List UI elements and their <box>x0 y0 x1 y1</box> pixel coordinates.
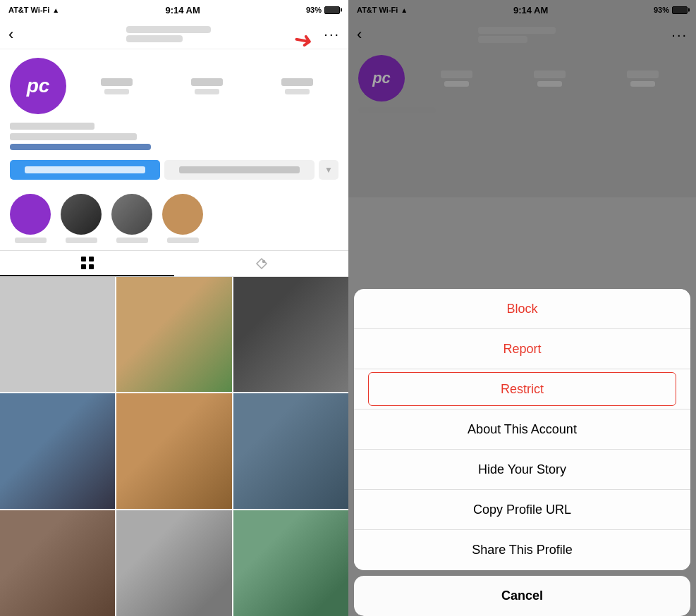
right-panel: AT&T Wi-Fi ▲ 9:14 AM 93% ‹ ··· pc <box>348 0 696 616</box>
left-tab-tagged[interactable] <box>174 251 348 276</box>
left-carrier: AT&T Wi-Fi <box>8 6 49 14</box>
svg-point-4 <box>262 261 264 263</box>
sheet-cancel-label: Cancel <box>501 589 543 603</box>
left-chevron-icon: ▼ <box>324 165 333 175</box>
sheet-share-label: Share This Profile <box>472 543 573 558</box>
bottom-sheet: Block Report Restrict About This Account… <box>354 289 690 616</box>
tag-icon <box>255 257 269 271</box>
left-posts-label <box>104 89 129 94</box>
left-highlight-label-1 <box>15 238 47 243</box>
left-avatar: pc <box>10 58 66 114</box>
left-username-line2 <box>126 35 183 42</box>
sheet-cancel-section: Cancel <box>354 576 690 616</box>
left-username-line1 <box>126 26 211 33</box>
left-profile-stats <box>75 78 338 94</box>
svg-rect-3 <box>89 264 94 269</box>
left-image-grid <box>0 277 348 616</box>
sheet-report-label: Report <box>503 342 541 357</box>
svg-rect-0 <box>81 257 86 261</box>
left-follow-label <box>25 166 145 173</box>
sheet-restrict-button[interactable]: Restrict <box>354 369 690 409</box>
sheet-copy-url-button[interactable]: Copy Profile URL <box>354 490 690 530</box>
left-highlight-1[interactable] <box>10 194 51 243</box>
left-highlight-3[interactable] <box>111 194 152 243</box>
left-posts-count <box>101 78 133 86</box>
left-highlight-circle-2 <box>61 194 102 235</box>
left-message-button[interactable] <box>164 160 315 180</box>
grid-cell-3[interactable] <box>233 277 348 392</box>
left-panel: AT&T Wi-Fi ▲ 9:14 AM 93% ‹ ··· ➜ pc <box>0 0 348 616</box>
left-highlight-circle-1 <box>10 194 51 235</box>
left-profile-header: pc <box>0 49 348 123</box>
grid-cell-4[interactable] <box>0 393 115 508</box>
grid-icon <box>80 256 94 270</box>
grid-cell-7[interactable] <box>0 510 115 616</box>
svg-rect-2 <box>81 264 86 269</box>
left-highlight-4[interactable] <box>162 194 203 243</box>
sheet-copy-url-label: Copy Profile URL <box>473 503 571 517</box>
sheet-main-options: Block Report Restrict About This Account… <box>354 289 690 570</box>
left-highlight-label-4 <box>167 238 199 243</box>
grid-cell-6[interactable] <box>233 393 348 508</box>
grid-cell-1[interactable] <box>0 277 115 392</box>
sheet-hide-story-label: Hide Your Story <box>478 462 566 477</box>
sheet-about-button[interactable]: About This Account <box>354 409 690 450</box>
left-highlight-circle-4 <box>162 194 203 235</box>
left-highlight-label-2 <box>66 238 97 243</box>
sheet-block-label: Block <box>506 302 537 316</box>
left-following-count <box>281 78 313 86</box>
sheet-block-button[interactable]: Block <box>354 289 690 329</box>
grid-cell-5[interactable] <box>116 393 231 508</box>
left-status-right: 93% <box>306 6 340 14</box>
left-link-line <box>10 144 151 150</box>
left-status-left: AT&T Wi-Fi ▲ <box>8 6 59 14</box>
left-battery-pct: 93% <box>306 6 322 14</box>
sheet-cancel-button[interactable]: Cancel <box>354 576 690 616</box>
sheet-hide-story-button[interactable]: Hide Your Story <box>354 450 690 490</box>
left-nav-bar: ‹ ··· <box>0 20 348 49</box>
left-stat-posts <box>75 78 158 94</box>
left-time: 9:14 AM <box>165 5 200 16</box>
left-name-line <box>10 123 94 130</box>
left-bio-line1 <box>10 133 137 140</box>
sheet-about-label: About This Account <box>468 422 577 437</box>
left-status-bar: AT&T Wi-Fi ▲ 9:14 AM 93% <box>0 0 348 20</box>
sheet-restrict-label: Restrict <box>501 382 544 397</box>
left-followers-count <box>191 78 223 86</box>
left-action-buttons: ▼ <box>0 157 348 187</box>
left-wifi-icon: ▲ <box>52 6 59 14</box>
svg-rect-1 <box>89 257 94 261</box>
left-chevron-button[interactable]: ▼ <box>319 160 338 180</box>
grid-cell-8[interactable] <box>116 510 231 616</box>
left-followers-label <box>195 89 219 94</box>
left-stat-followers <box>165 78 248 94</box>
sheet-report-button[interactable]: Report <box>354 329 690 369</box>
left-highlight-label-3 <box>116 238 148 243</box>
left-more-button[interactable]: ··· <box>324 26 340 42</box>
grid-cell-2[interactable] <box>116 277 231 392</box>
grid-cell-9[interactable] <box>233 510 348 616</box>
left-follow-button[interactable] <box>10 160 160 180</box>
left-profile-info <box>0 123 348 157</box>
left-following-label <box>285 89 310 94</box>
left-nav-title <box>126 26 211 42</box>
left-tab-grid[interactable] <box>0 251 174 276</box>
left-back-button[interactable]: ‹ <box>8 25 13 44</box>
left-battery-icon <box>324 6 340 14</box>
left-tab-row <box>0 250 348 277</box>
left-highlights-row <box>0 187 348 250</box>
left-username-blurred <box>126 26 211 42</box>
left-message-label <box>179 166 299 173</box>
left-stat-following <box>255 78 338 94</box>
left-highlight-circle-3 <box>111 194 152 235</box>
sheet-share-button[interactable]: Share This Profile <box>354 530 690 570</box>
left-highlight-2[interactable] <box>61 194 102 243</box>
